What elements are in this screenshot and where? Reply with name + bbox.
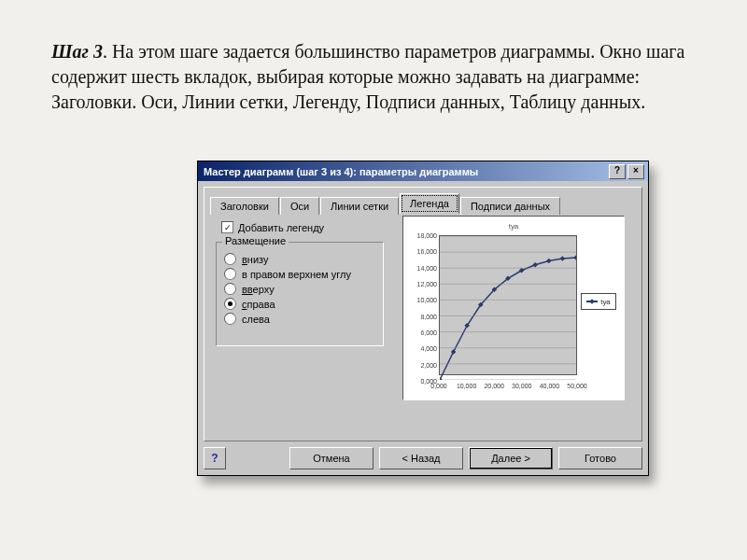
placement-radio-label: вверху [242,284,275,295]
chart-wizard-dialog: Мастер диаграмм (шаг 3 из 4): параметры … [197,161,649,476]
y-tick-label: 4,000 [409,345,437,352]
cancel-button[interactable]: Отмена [289,447,374,469]
svg-rect-17 [532,262,538,268]
add-legend-label: Добавить легенду [238,222,324,233]
description-text: Шаг 3. На этом шаге задается большинство… [51,39,696,115]
tab-подписи-данных[interactable]: Подписи данных [460,197,560,215]
placement-radio-label: в правом верхнем углу [242,269,351,280]
step-bold: Шаг 3 [51,41,103,62]
chart-preview: tуа tуа 0,0002,0004,0006,0008,00010,0001… [402,216,625,400]
placement-radio[interactable] [224,313,236,325]
placement-radio[interactable] [224,253,236,265]
legend-box: tуа [581,293,616,310]
svg-rect-18 [546,259,552,264]
tab-заголовки[interactable]: Заголовки [210,197,279,215]
y-tick-label: 18,000 [409,232,437,239]
x-tick-label: 30,000 [512,383,531,389]
close-icon[interactable]: × [627,164,644,179]
legend-series-name: tуа [600,298,611,306]
back-button[interactable]: < Назад [379,447,463,469]
placement-radio[interactable] [224,298,236,310]
svg-rect-20 [573,255,576,260]
y-tick-label: 8,000 [409,313,437,319]
legend-swatch-icon [586,301,598,302]
placement-radio-label: справа [242,299,275,310]
tab-оси[interactable]: Оси [280,197,319,215]
titlebar[interactable]: Мастер диаграмм (шаг 3 из 4): параметры … [198,161,648,181]
y-tick-label: 14,000 [409,264,437,271]
tab-линии-сетки[interactable]: Линии сетки [320,197,399,215]
help-button[interactable]: ? [204,447,226,469]
dialog-title: Мастер диаграмм (шаг 3 из 4): параметры … [204,166,607,177]
x-tick-label: 40,000 [540,383,559,389]
y-tick-label: 16,000 [409,248,437,255]
placement-group-label: Размещение [222,235,289,246]
tab-panel: ЗаголовкиОсиЛинии сеткиЛегендаПодписи да… [204,187,642,441]
y-tick-label: 6,000 [409,329,437,336]
y-tick-label: 12,000 [409,281,437,287]
placement-radio[interactable] [224,268,236,280]
next-button[interactable]: Далее > [469,447,553,469]
x-tick-label: 20,000 [484,383,503,389]
help-icon[interactable]: ? [609,164,626,179]
placement-radio-label: внизу [242,254,268,265]
step-rest: . На этом шаге задается большинство пара… [51,41,684,112]
placement-group: Размещение внизув правом верхнем углувве… [216,242,384,346]
y-tick-label: 2,000 [409,361,437,368]
chart-title: tуа [407,222,620,231]
svg-rect-19 [560,256,566,261]
x-tick-label: 50,000 [567,383,586,389]
x-tick-label: 0,000 [430,383,447,389]
y-tick-label: 10,000 [409,297,437,303]
placement-radio-label: слева [242,314,270,325]
tab-легенда[interactable]: Легенда [400,193,459,214]
add-legend-checkbox[interactable]: ✓ [221,221,233,233]
finish-button[interactable]: Готово [558,447,642,469]
x-tick-label: 10,000 [457,383,476,389]
placement-radio[interactable] [224,283,236,295]
svg-rect-11 [451,349,457,355]
